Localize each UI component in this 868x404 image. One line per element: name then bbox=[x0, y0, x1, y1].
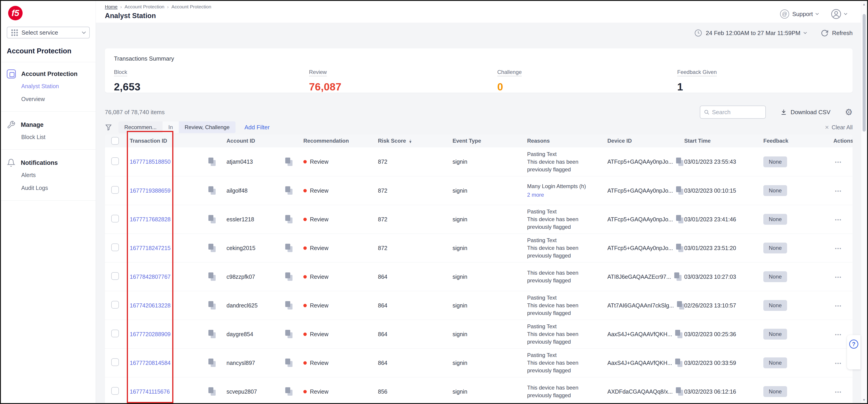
transaction-id-link[interactable]: 1677718518850 bbox=[130, 158, 170, 165]
transaction-id-link[interactable]: 1677719388659 bbox=[130, 187, 170, 194]
copy-icon[interactable] bbox=[285, 273, 293, 281]
sidebar-item-alerts[interactable]: Alerts bbox=[21, 169, 90, 182]
row-actions-button[interactable]: ••• bbox=[835, 217, 842, 222]
copy-icon[interactable] bbox=[675, 359, 683, 367]
column-header-actions[interactable]: Actions bbox=[833, 138, 846, 144]
row-actions-button[interactable]: ••• bbox=[835, 332, 842, 337]
copy-icon[interactable] bbox=[209, 215, 216, 224]
support-menu[interactable]: @ Support bbox=[780, 9, 818, 19]
row-checkbox[interactable] bbox=[111, 244, 119, 251]
add-filter-link[interactable]: Add Filter bbox=[245, 124, 270, 131]
clear-all-button[interactable]: × Clear All bbox=[825, 123, 852, 131]
row-checkbox[interactable] bbox=[111, 387, 119, 395]
sidebar-item-overview[interactable]: Overview bbox=[21, 93, 90, 105]
copy-icon[interactable] bbox=[674, 273, 682, 281]
search-box[interactable] bbox=[700, 105, 766, 119]
scroll-down-arrow[interactable]: ▼ bbox=[861, 398, 867, 402]
row-actions-button[interactable]: ••• bbox=[835, 189, 842, 193]
scroll-up-arrow[interactable]: ▲ bbox=[861, 2, 867, 6]
download-csv-button[interactable]: Download CSV bbox=[780, 109, 831, 116]
copy-icon[interactable] bbox=[677, 301, 685, 310]
copy-icon[interactable] bbox=[285, 158, 293, 166]
transaction-id-link[interactable]: 1677420613228 bbox=[130, 302, 170, 309]
sidebar-item-block-list[interactable]: Block List bbox=[21, 131, 90, 144]
copy-icon[interactable] bbox=[285, 244, 293, 252]
copy-icon[interactable] bbox=[209, 359, 216, 367]
sidebar-group[interactable]: Account Protection bbox=[7, 68, 90, 80]
row-actions-button[interactable]: ••• bbox=[835, 303, 842, 308]
filter-field[interactable]: Recommen... bbox=[119, 121, 162, 133]
select-service-dropdown[interactable]: Select service bbox=[7, 27, 90, 38]
column-header-transaction-id[interactable]: Transaction ID bbox=[127, 138, 226, 144]
transaction-id-link[interactable]: 1677741115676 bbox=[130, 389, 170, 395]
copy-icon[interactable] bbox=[676, 387, 684, 396]
row-checkbox[interactable] bbox=[111, 272, 119, 280]
column-header-reasons[interactable]: Reasons bbox=[527, 138, 608, 144]
filter-operator[interactable]: In bbox=[162, 121, 179, 133]
row-checkbox[interactable] bbox=[111, 301, 119, 309]
copy-icon[interactable] bbox=[209, 186, 216, 195]
copy-icon[interactable] bbox=[209, 387, 216, 396]
search-input[interactable] bbox=[712, 109, 762, 116]
copy-icon[interactable] bbox=[285, 359, 293, 367]
copy-icon[interactable] bbox=[209, 273, 216, 281]
copy-icon[interactable] bbox=[676, 244, 684, 252]
copy-icon[interactable] bbox=[209, 330, 216, 338]
breadcrumb-item[interactable]: Home bbox=[105, 4, 118, 9]
breadcrumb-item[interactable]: Account Protection bbox=[171, 4, 211, 9]
row-checkbox[interactable] bbox=[111, 157, 119, 165]
scrollbar[interactable]: ▲ ▼ bbox=[861, 1, 867, 403]
column-header-start-time[interactable]: Start Time bbox=[684, 138, 763, 144]
stat-label[interactable]: Block bbox=[114, 69, 127, 76]
sort-icon[interactable]: ▲▼ bbox=[409, 139, 412, 143]
row-checkbox[interactable] bbox=[111, 186, 119, 194]
copy-icon[interactable] bbox=[285, 387, 293, 396]
row-actions-button[interactable]: ••• bbox=[835, 361, 842, 366]
copy-icon[interactable] bbox=[209, 301, 216, 310]
column-header-recommendation[interactable]: Recommendation bbox=[303, 138, 378, 144]
date-range-picker[interactable]: 24 Feb 12:00AM to 27 Mar 11:59PM bbox=[694, 29, 806, 37]
copy-icon[interactable] bbox=[676, 186, 684, 195]
active-filter-pill[interactable]: Recommen... In Review, Challenge bbox=[119, 121, 236, 133]
filter-value[interactable]: Review, Challenge bbox=[179, 121, 236, 133]
copy-icon[interactable] bbox=[676, 158, 684, 166]
copy-icon[interactable] bbox=[285, 330, 293, 338]
row-actions-button[interactable]: ••• bbox=[835, 246, 842, 251]
user-menu[interactable] bbox=[831, 9, 847, 19]
column-header-event-type[interactable]: Event Type bbox=[453, 138, 527, 144]
transaction-id-link[interactable]: 1677718247215 bbox=[130, 245, 170, 251]
row-actions-button[interactable]: ••• bbox=[835, 160, 842, 164]
copy-icon[interactable] bbox=[675, 330, 683, 338]
stat-label[interactable]: Review bbox=[309, 69, 327, 76]
copy-icon[interactable] bbox=[285, 186, 293, 195]
row-checkbox[interactable] bbox=[111, 330, 119, 337]
f5-logo[interactable]: f5 bbox=[8, 6, 23, 20]
row-checkbox[interactable] bbox=[111, 358, 119, 366]
transaction-id-link[interactable]: 1677842807767 bbox=[130, 274, 170, 280]
sidebar-group[interactable]: Notifications bbox=[7, 157, 90, 169]
copy-icon[interactable] bbox=[209, 158, 216, 166]
reasons-more-link[interactable]: 2 more bbox=[527, 191, 603, 199]
copy-icon[interactable] bbox=[209, 244, 216, 252]
sidebar-group[interactable]: Manage bbox=[7, 119, 90, 131]
select-all-checkbox[interactable] bbox=[111, 137, 119, 145]
row-checkbox[interactable] bbox=[111, 215, 119, 222]
scrollbar-thumb[interactable] bbox=[863, 14, 866, 131]
transaction-id-link[interactable]: 1677717682828 bbox=[130, 216, 170, 223]
stat-label[interactable]: Challenge bbox=[497, 69, 522, 76]
row-actions-button[interactable]: ••• bbox=[835, 275, 842, 280]
sidebar-item-audit-logs[interactable]: Audit Logs bbox=[21, 182, 90, 194]
stat-label[interactable]: Feedback Given bbox=[677, 69, 717, 76]
column-header-risk-score[interactable]: Risk Score▲▼ bbox=[378, 138, 453, 144]
transaction-id-link[interactable]: 1677720814584 bbox=[130, 360, 170, 366]
row-actions-button[interactable]: ••• bbox=[835, 390, 842, 395]
help-button[interactable]: ? bbox=[847, 335, 861, 369]
breadcrumb-item[interactable]: Account Protection bbox=[125, 4, 164, 9]
transaction-id-link[interactable]: 1677720288909 bbox=[130, 331, 170, 338]
column-header-account-id[interactable]: Account ID bbox=[226, 138, 303, 144]
copy-icon[interactable] bbox=[285, 215, 293, 224]
refresh-button[interactable]: Refresh bbox=[821, 29, 852, 37]
sidebar-item-analyst-station[interactable]: Analyst Station bbox=[21, 80, 90, 93]
column-header-device-id[interactable]: Device ID bbox=[608, 138, 684, 144]
copy-icon[interactable] bbox=[676, 215, 684, 224]
